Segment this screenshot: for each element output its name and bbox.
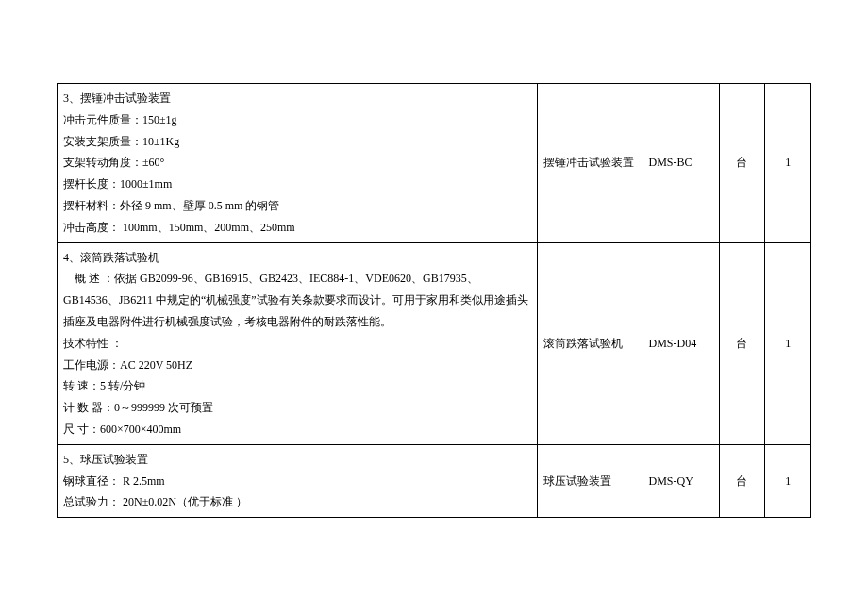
unit-cell: 台 (719, 84, 765, 243)
desc-line: 冲击高度： 100mm、150mm、200mm、250mm (63, 217, 531, 239)
desc-line: 摆杆长度：1000±1mm (63, 174, 531, 195)
desc-line: 技术特性 ： (63, 333, 531, 355)
desc-line: 5、球压试验装置 (63, 449, 531, 471)
name-cell: 滚筒跌落试验机 (538, 242, 643, 444)
desc-cell: 4、滚筒跌落试验机 概 述 ：依据 GB2099-96、GB16915、GB24… (58, 242, 538, 444)
desc-line: 3、摆锤冲击试验装置 (63, 88, 531, 109)
desc-line: 钢球直径： R 2.5mm (63, 471, 531, 492)
desc-line: 摆杆材料：外径 9 mm、壁厚 0.5 mm 的钢管 (63, 195, 531, 217)
unit-cell: 台 (719, 444, 765, 517)
desc-line: 冲击元件质量：150±1g (63, 109, 531, 131)
name-cell: 摆锤冲击试验装置 (538, 84, 643, 243)
desc-line: 概 述 ：依据 GB2099-96、GB16915、GB2423、IEC884-… (63, 268, 531, 332)
model-cell: DMS-D04 (643, 242, 719, 444)
qty-cell: 1 (765, 444, 811, 517)
desc-line: 转 速：5 转/分钟 (63, 375, 531, 397)
model-cell: DMS-QY (643, 444, 719, 517)
model-cell: DMS-BC (643, 84, 719, 243)
qty-cell: 1 (765, 242, 811, 444)
desc-line: 计 数 器：0～999999 次可预置 (63, 397, 531, 419)
unit-cell: 台 (719, 242, 765, 444)
spec-table: 3、摆锤冲击试验装置 冲击元件质量：150±1g 安装支架质量：10±1Kg 支… (57, 83, 811, 518)
qty-cell: 1 (765, 84, 811, 243)
table-row: 4、滚筒跌落试验机 概 述 ：依据 GB2099-96、GB16915、GB24… (58, 242, 811, 444)
desc-line: 安装支架质量：10±1Kg (63, 131, 531, 153)
desc-line: 总试验力： 20N±0.02N（优于标准 ） (63, 491, 531, 513)
desc-cell: 3、摆锤冲击试验装置 冲击元件质量：150±1g 安装支架质量：10±1Kg 支… (58, 84, 538, 243)
table-row: 3、摆锤冲击试验装置 冲击元件质量：150±1g 安装支架质量：10±1Kg 支… (58, 84, 811, 243)
desc-line: 支架转动角度：±60° (63, 152, 531, 174)
desc-cell: 5、球压试验装置 钢球直径： R 2.5mm 总试验力： 20N±0.02N（优… (58, 444, 538, 517)
desc-line: 尺 寸：600×700×400mm (63, 419, 531, 440)
desc-line: 4、滚筒跌落试验机 (63, 247, 531, 269)
table-row: 5、球压试验装置 钢球直径： R 2.5mm 总试验力： 20N±0.02N（优… (58, 444, 811, 517)
name-cell: 球压试验装置 (538, 444, 643, 517)
desc-line: 工作电源：AC 220V 50HZ (63, 355, 531, 376)
